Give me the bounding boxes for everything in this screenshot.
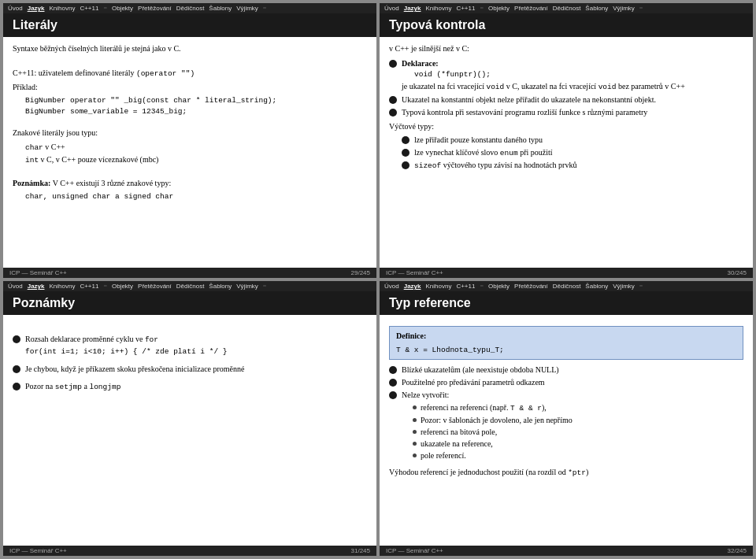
- void1-30: void: [486, 83, 504, 91]
- footer-text1-32: Výhodou referencí je jednoduchost použit…: [389, 468, 568, 476]
- nav-sablony-30[interactable]: Šablony: [585, 5, 608, 12]
- nav-dedicnost-29[interactable]: Dědičnost: [176, 5, 205, 12]
- nav-dedicnost-30[interactable]: Dědičnost: [553, 5, 581, 12]
- bullet1-dot-31: [13, 335, 20, 343]
- footer-right-30: 30/245: [728, 269, 747, 276]
- sub5-text-32: pole referencí.: [421, 450, 466, 461]
- sep1-31: =: [103, 283, 107, 290]
- sep2-31: =: [263, 283, 267, 290]
- zn-item2-text: v C, v C++ pouze víceznakové (mbc): [39, 154, 158, 165]
- def-title-32: Definice:: [396, 331, 736, 342]
- slide-30: Úvod Jazyk Knihovny C++11 = Objekty Přet…: [380, 3, 753, 278]
- zn-item2-29: int v C, v C++ pouze víceznakové (mbc): [25, 154, 367, 165]
- sub1-dot-32: [413, 405, 417, 409]
- sep1-30: =: [480, 5, 484, 12]
- bullet2-dot-31: [13, 365, 20, 373]
- nav-cpp11-30[interactable]: C++11: [456, 5, 475, 12]
- nav-vyjimky-32[interactable]: Výjimky: [613, 283, 635, 290]
- para2-29: C++11: uživatelem definované literály (o…: [13, 68, 367, 79]
- void2-30: void: [598, 83, 617, 91]
- nav-knihovny-30[interactable]: Knihovny: [425, 5, 451, 12]
- bullet2-content-31: Je chybou, když je příkazem skoku přesko…: [25, 364, 245, 375]
- nav-objekty-31[interactable]: Objekty: [112, 283, 133, 290]
- definition-box-32: Definice: T & x = Lhodnota_typu_T;: [389, 326, 743, 360]
- sub3-text-32: referenci na bitová pole,: [421, 427, 497, 438]
- para1-29: Syntaxe běžných číselných literálů je st…: [13, 43, 367, 54]
- ref-code1-32: T & & r: [510, 404, 542, 413]
- vyctove-dot3-30: [402, 161, 410, 169]
- bullet1-content-30: Deklarace: void (*funptr)(); je ukazatel…: [402, 58, 685, 93]
- nav-pretezovani-29[interactable]: Přetěžování: [138, 5, 172, 12]
- example-code-29: BigNumber operator "" _big(const char * …: [25, 95, 367, 117]
- nav-uvod-32[interactable]: Úvod: [384, 283, 399, 290]
- zn-item2-code: int: [25, 155, 39, 165]
- sep2-29: =: [263, 5, 267, 12]
- nav-jazyk-31[interactable]: Jazyk: [28, 283, 45, 290]
- bullet2-31: Je chybou, když je příkazem skoku přesko…: [13, 364, 367, 375]
- nav-knihovny-29[interactable]: Knihovny: [49, 5, 75, 12]
- nav-jazyk-30[interactable]: Jazyk: [404, 5, 421, 12]
- nav-uvod-30[interactable]: Úvod: [384, 5, 399, 12]
- nav-uvod-29[interactable]: Úvod: [8, 5, 23, 12]
- nav-pretezovani-31[interactable]: Přetěžování: [138, 283, 172, 290]
- sep1-29: =: [103, 5, 107, 12]
- example-line2-29: BigNumber some_variable = 12345_big;: [25, 106, 367, 117]
- nav-sablony-31[interactable]: Šablony: [209, 283, 232, 290]
- nav-pretezovani-32[interactable]: Přetěžování: [514, 283, 548, 290]
- sub5-dot-32: [413, 453, 417, 457]
- bullet1-content-31: Rozsah deklarace proměnné cyklu ve for f…: [25, 334, 228, 357]
- footer-note-32: Výhodou referencí je jednoduchost použit…: [389, 467, 743, 478]
- nav-vyjimky-31[interactable]: Výjimky: [236, 283, 258, 290]
- vyctove-item3-30: sizeof výčtového typu závisí na hodnotác…: [402, 160, 743, 171]
- nav-cpp11-31[interactable]: C++11: [80, 283, 98, 290]
- vyctove-text1-30: lze přiřadit pouze konstantu daného typu: [414, 135, 543, 146]
- footer-left-32: ICP — Seminář C++: [386, 547, 443, 554]
- slide-32-title: Typ reference: [380, 291, 753, 315]
- nav-pretezovani-30[interactable]: Přetěžování: [514, 5, 548, 12]
- slide-30-topbar: Úvod Jazyk Knihovny C++11 = Objekty Přet…: [380, 3, 753, 13]
- def-code-32: T & x = Lhodnota_typu_T;: [396, 346, 504, 354]
- decl-code-30: void (*funptr)();: [414, 69, 685, 80]
- bullet1-dot-30: [389, 60, 397, 68]
- nav-cpp11-29[interactable]: C++11: [80, 5, 98, 12]
- bullet3-dot-30: [389, 109, 397, 117]
- sub1-32: referenci na referenci (např. T & & r),: [413, 402, 573, 413]
- nav-jazyk-29[interactable]: Jazyk: [28, 5, 45, 12]
- nav-objekty-32[interactable]: Objekty: [488, 283, 510, 290]
- sub5-32: pole referencí.: [413, 450, 573, 461]
- nav-knihovny-31[interactable]: Knihovny: [49, 283, 75, 290]
- vyctove-text3-30: sizeof výčtového typu závisí na hodnotác…: [414, 160, 576, 171]
- nav-sablony-32[interactable]: Šablony: [585, 283, 608, 290]
- footer-text2-32: ): [586, 468, 588, 476]
- slide-29: Úvod Jazyk Knihovny C++11 = Objekty Přet…: [3, 3, 376, 278]
- vyctove-item2-30: lze vynechat klíčové slovo enum při použ…: [402, 147, 743, 158]
- sub4-32: ukazatele na reference,: [413, 439, 573, 450]
- vyctove-dot2-30: [402, 149, 410, 157]
- nav-vyjimky-29[interactable]: Výjimky: [236, 5, 258, 12]
- nav-sablony-29[interactable]: Šablony: [209, 5, 232, 12]
- ref-bullet1-text-32: Blízké ukazatelům (ale neexistuje obdoba…: [402, 365, 559, 376]
- nav-jazyk-32[interactable]: Jazyk: [404, 283, 421, 290]
- bullet1-label-30: Deklarace:: [402, 59, 439, 68]
- example-label-29: Příklad:: [13, 82, 367, 93]
- nav-uvod-31[interactable]: Úvod: [8, 283, 23, 290]
- sub4-text-32: ukazatele na reference,: [421, 439, 493, 450]
- nav-objekty-29[interactable]: Objekty: [112, 5, 133, 12]
- nav-dedicnost-32[interactable]: Dědičnost: [553, 283, 581, 290]
- nav-cpp11-32[interactable]: C++11: [456, 283, 475, 290]
- nav-vyjimky-30[interactable]: Výjimky: [613, 5, 635, 12]
- slide-32-footer: ICP — Seminář C++ 32/245: [380, 546, 753, 556]
- sub4-dot-32: [413, 442, 417, 446]
- pozn-label-29: Poznámka:: [13, 179, 50, 187]
- bullet3-30: Typová kontrola při sestavování programu…: [389, 107, 743, 118]
- enum-code-30: enum: [500, 149, 518, 157]
- nav-dedicnost-31[interactable]: Dědičnost: [176, 283, 205, 290]
- footer-left-30: ICP — Seminář C++: [386, 269, 443, 276]
- ref-bullet3-32: Nelze vytvořit: referenci na referenci (…: [389, 390, 743, 461]
- slide-31-title: Poznámky: [3, 291, 376, 315]
- nav-knihovny-32[interactable]: Knihovny: [425, 283, 451, 290]
- slide-30-content: v C++ je silnější než v C: Deklarace: vo…: [380, 37, 753, 268]
- slide-32: Úvod Jazyk Knihovny C++11 = Objekty Přet…: [380, 281, 753, 556]
- nav-objekty-30[interactable]: Objekty: [488, 5, 510, 12]
- slide-29-content: Syntaxe běžných číselných literálů je st…: [3, 37, 376, 268]
